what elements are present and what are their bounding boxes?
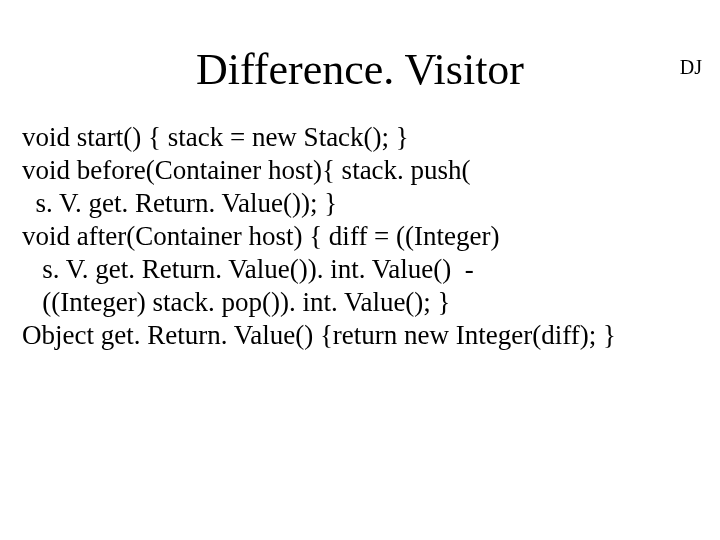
slide-body: void start() { stack = new Stack(); } vo…: [0, 121, 720, 352]
corner-tag: DJ: [680, 56, 702, 79]
slide: DJ Difference. Visitor void start() { st…: [0, 44, 720, 540]
slide-title: Difference. Visitor: [0, 44, 720, 95]
